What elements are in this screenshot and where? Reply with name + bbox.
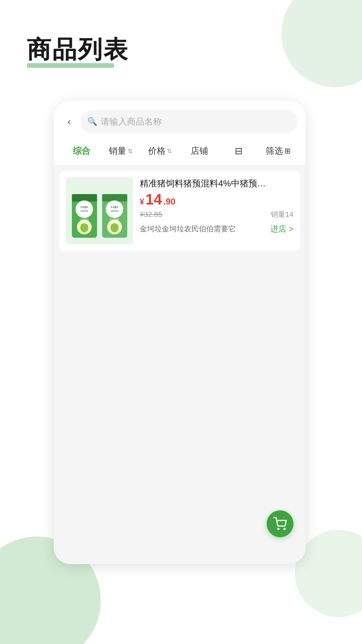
tab-shop[interactable]: 店铺 <box>180 142 219 159</box>
svg-point-20 <box>284 528 285 529</box>
svg-text:养殖品质: 养殖品质 <box>80 222 89 224</box>
product-card[interactable]: Logo N8888 Logo N8888 生态高效 养殖 <box>59 171 300 251</box>
product-image: Logo N8888 Logo N8888 生态高效 养殖 <box>66 177 133 244</box>
svg-point-14 <box>110 223 119 232</box>
filter-tabs: 综合 销量 ⇅ 价格 ⇅ 店铺 ⊟ 筛选 ⊞ <box>54 138 306 165</box>
enter-shop-button[interactable]: 进店 > <box>270 224 293 234</box>
svg-text:养殖品质: 养殖品质 <box>110 222 119 224</box>
svg-point-19 <box>278 528 279 529</box>
product-info: 精准猪饲料猪预混料4%中猪预… ¥ 14 .90 ¥32.85 销量14 金坷垃… <box>140 177 293 244</box>
svg-text:生态高效: 生态高效 <box>80 218 89 221</box>
tab-price[interactable]: 价格 ⇅ <box>140 142 180 159</box>
product-name: 精准猪饲料猪预混料4%中猪预… <box>140 177 293 189</box>
tab-price-sort-icon: ⇅ <box>167 147 172 155</box>
shop-row: 金坷垃金坷垃农民伯伯需要它 进店 > <box>140 224 293 234</box>
product-image-svg: Logo N8888 Logo N8888 生态高效 养殖 <box>66 177 133 244</box>
tab-sales[interactable]: 销量 ⇅ <box>101 142 140 159</box>
tab-layout-icon: ⊟ <box>235 145 242 156</box>
svg-text:生态高效: 生态高效 <box>110 218 119 221</box>
price-currency: ¥ <box>140 197 144 206</box>
search-input[interactable]: 请输入商品名称 <box>101 116 162 128</box>
price-original: ¥32.85 <box>140 210 162 219</box>
search-icon: 🔍 <box>87 117 97 126</box>
svg-rect-2 <box>72 194 97 201</box>
page-title-section: 商品列表 <box>27 34 129 68</box>
search-area: ‹ 🔍 请输入商品名称 <box>54 101 306 138</box>
svg-point-10 <box>106 200 123 218</box>
cart-float-button[interactable] <box>267 510 293 537</box>
svg-text:N8888: N8888 <box>110 210 119 213</box>
tab-filter[interactable]: 筛选 ⊞ <box>258 142 298 159</box>
tab-layout[interactable]: ⊟ <box>219 143 258 159</box>
tab-filter-label: 筛选 <box>266 145 283 157</box>
back-button[interactable]: ‹ <box>62 114 77 129</box>
price-original-row: ¥32.85 销量14 <box>140 210 293 220</box>
product-list: Logo N8888 Logo N8888 生态高效 养殖 <box>54 165 306 564</box>
filter-funnel-icon: ⊞ <box>284 147 290 155</box>
shop-name: 金坷垃金坷垃农民伯伯需要它 <box>140 224 236 234</box>
svg-point-3 <box>76 200 93 218</box>
search-box[interactable]: 🔍 请输入商品名称 <box>81 110 298 133</box>
svg-point-7 <box>80 223 88 232</box>
tab-shop-label: 店铺 <box>191 145 208 157</box>
back-icon: ‹ <box>68 117 71 127</box>
tab-sales-label: 销量 <box>109 145 126 157</box>
price-decimal: .90 <box>163 196 175 207</box>
svg-text:Logo: Logo <box>81 205 88 209</box>
sales-count: 销量14 <box>271 210 293 220</box>
cart-icon <box>273 517 287 531</box>
tab-sales-sort-icon: ⇅ <box>128 147 133 155</box>
price-main: 14 <box>145 192 162 207</box>
page-title: 商品列表 <box>27 34 129 66</box>
phone-mockup: ‹ 🔍 请输入商品名称 综合 销量 ⇅ 价格 ⇅ 店铺 ⊟ 筛选 ⊞ <box>54 101 306 564</box>
svg-rect-9 <box>102 194 127 201</box>
svg-text:N8888: N8888 <box>80 210 88 213</box>
tab-comprehensive[interactable]: 综合 <box>62 142 101 159</box>
svg-text:Logo: Logo <box>111 205 118 209</box>
price-row: ¥ 14 .90 <box>140 192 293 207</box>
bg-decoration-top-right <box>281 0 362 87</box>
tab-price-label: 价格 <box>148 145 166 157</box>
tab-comprehensive-label: 综合 <box>73 145 90 157</box>
